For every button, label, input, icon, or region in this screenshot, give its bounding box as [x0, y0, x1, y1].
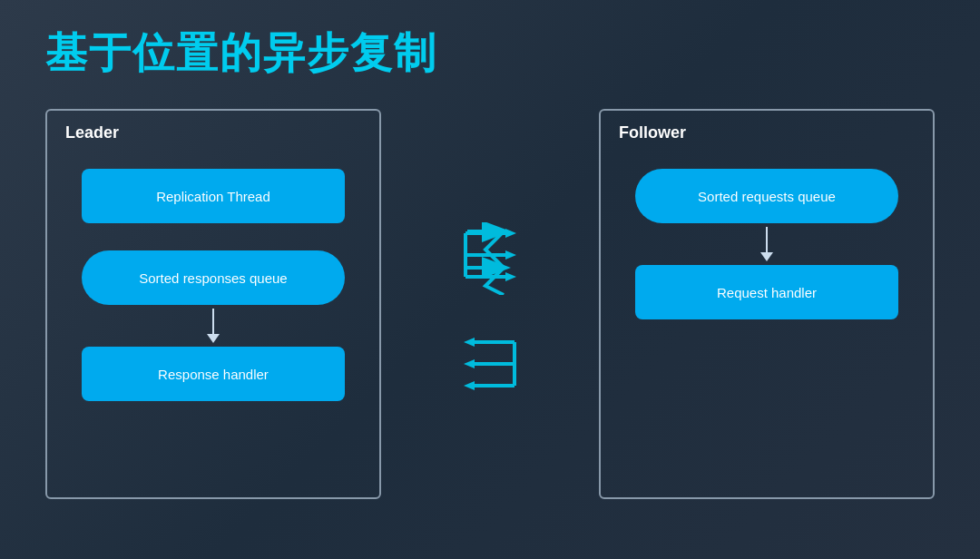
svg-marker-12 [464, 381, 475, 390]
svg-marker-1 [505, 229, 516, 238]
response-handler-node: Response handler [82, 347, 345, 401]
svg-marker-3 [505, 250, 516, 260]
leader-box: Leader Replication Thread Sorted respons… [45, 109, 381, 499]
arrow-line-follower [766, 227, 768, 252]
zigzag-left-icon [458, 331, 522, 404]
zigzag-right-icon [458, 222, 522, 295]
arrow-head [207, 334, 220, 343]
sorted-requests-queue-node: Sorted requests queue [635, 169, 898, 223]
arrow-requests-to-handler [760, 227, 773, 261]
follower-box: Follower Sorted requests queue Request h… [599, 109, 935, 499]
arrow-head-follower [760, 252, 773, 261]
arrow-line [212, 309, 214, 334]
svg-marker-8 [464, 338, 475, 347]
request-handler-node: Request handler [635, 265, 898, 319]
follower-label: Follower [619, 123, 686, 142]
diagrams-container: Leader Replication Thread Sorted respons… [0, 100, 980, 526]
arrow-responses-to-handler [207, 309, 220, 343]
follower-inner: Sorted requests queue Request handler [635, 169, 898, 319]
replication-thread-node: Replication Thread [82, 169, 345, 223]
svg-marker-5 [505, 272, 516, 281]
leader-inner: Replication Thread Sorted responses queu… [82, 169, 345, 401]
middle-arrows [445, 118, 535, 508]
sorted-responses-queue-node: Sorted responses queue [82, 250, 345, 305]
page-title: 基于位置的异步复制 [0, 0, 980, 100]
leader-label: Leader [65, 123, 119, 142]
svg-marker-10 [464, 359, 475, 368]
